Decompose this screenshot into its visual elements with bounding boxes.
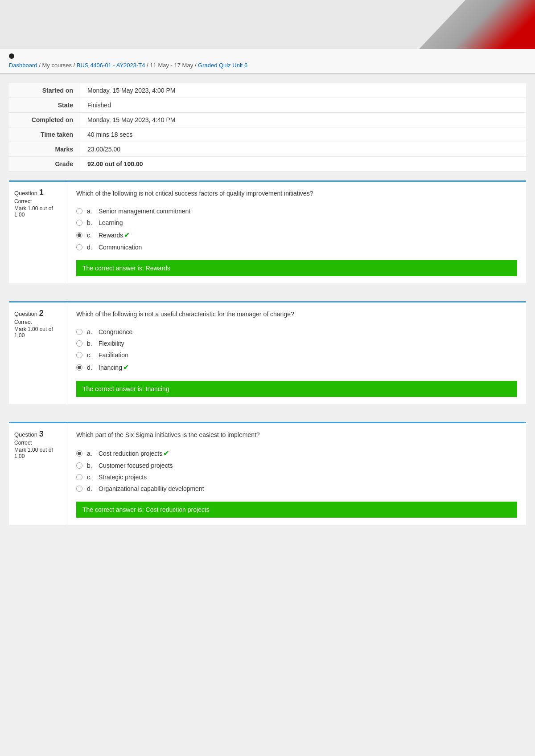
breadcrumb-area: Dashboard / My courses / BUS 4406-01 - A… — [0, 49, 535, 74]
started-value: Monday, 15 May 2023, 4:00 PM — [80, 83, 526, 98]
content-area: Started on Monday, 15 May 2023, 4:00 PM … — [0, 83, 535, 552]
radio-1-0 — [76, 208, 82, 214]
radio-2-1 — [76, 340, 82, 347]
answer-options-3: a.Cost reduction projects✔b.Customer foc… — [76, 447, 517, 494]
option-text-3-1: Customer focused projects — [99, 462, 173, 469]
radio-3-3 — [76, 486, 82, 492]
radio-1-2 — [76, 232, 82, 238]
checkmark-3-0: ✔ — [163, 449, 169, 458]
radio-1-3 — [76, 244, 82, 250]
option-text-1-1: Learning — [99, 219, 123, 226]
marks-label: Marks — [9, 142, 80, 157]
breadcrumb: Dashboard / My courses / BUS 4406-01 - A… — [9, 62, 526, 69]
option-letter-1-1: b. — [87, 219, 96, 226]
completed-label: Completed on — [9, 113, 80, 127]
question-mark-1: Mark 1.00 out of 1.00 — [14, 205, 62, 218]
option-text-1-3: Communication — [99, 244, 142, 251]
option-letter-1-3: d. — [87, 244, 96, 251]
summary-table: Started on Monday, 15 May 2023, 4:00 PM … — [9, 83, 526, 172]
question-text-2: Which of the following is not a useful c… — [76, 310, 517, 319]
option-letter-2-3: d. — [87, 364, 96, 371]
radio-filled-3-0 — [78, 452, 81, 455]
option-text-1-0: Senior management commitment — [99, 208, 190, 215]
option-text-3-2: Strategic projects — [99, 474, 147, 481]
summary-row-completed: Completed on Monday, 15 May 2023, 4:40 P… — [9, 113, 526, 127]
radio-3-0 — [76, 450, 82, 457]
banner-image — [419, 0, 535, 49]
breadcrumb-course[interactable]: BUS 4406-01 - AY2023-T4 — [77, 62, 145, 69]
option-1-1: b.Learning — [76, 217, 517, 229]
time-value: 40 mins 18 secs — [80, 127, 526, 142]
option-letter-3-0: a. — [87, 450, 96, 457]
checkmark-1-2: ✔ — [124, 231, 130, 239]
grade-value: 92.00 out of 100.00 — [80, 157, 526, 172]
nav-dot — [9, 53, 14, 59]
option-letter-1-0: a. — [87, 208, 96, 215]
option-1-2: c.Rewards✔ — [76, 229, 517, 241]
summary-row-marks: Marks 23.00/25.00 — [9, 142, 526, 157]
question-block-2: Question 2 Correct Mark 1.00 out of 1.00… — [9, 301, 526, 404]
option-letter-3-2: c. — [87, 474, 96, 481]
radio-3-2 — [76, 474, 82, 480]
question-text-3: Which part of the Six Sigma initiatives … — [76, 430, 517, 440]
grade-label: Grade — [9, 157, 80, 172]
option-2-1: b.Flexibility — [76, 338, 517, 349]
page-wrapper: Dashboard / My courses / BUS 4406-01 - A… — [0, 0, 535, 552]
breadcrumb-sep2: / — [74, 62, 77, 69]
breadcrumb-quiz[interactable]: Graded Quiz Unit 6 — [198, 62, 247, 69]
option-3-2: c.Strategic projects — [76, 471, 517, 483]
time-label: Time taken — [9, 127, 80, 142]
option-letter-3-3: d. — [87, 485, 96, 492]
checkmark-2-3: ✔ — [123, 363, 129, 372]
radio-1-1 — [76, 220, 82, 226]
radio-filled-1-2 — [78, 233, 81, 237]
question-content-3: Which part of the Six Sigma initiatives … — [67, 422, 526, 525]
question-content-1: Which of the following is not critical s… — [67, 180, 526, 283]
option-3-0: a.Cost reduction projects✔ — [76, 447, 517, 460]
question-number-2: Question 2 — [14, 309, 62, 318]
header-banner — [0, 0, 535, 49]
option-letter-2-2: c. — [87, 351, 96, 359]
option-text-2-3: Inancing — [99, 364, 122, 371]
summary-row-started: Started on Monday, 15 May 2023, 4:00 PM — [9, 83, 526, 98]
answer-options-2: a.Congruenceb.Flexibilityc.Facilitationd… — [76, 326, 517, 374]
option-2-2: c.Facilitation — [76, 349, 517, 361]
question-status-3: Correct — [14, 440, 62, 446]
question-sidebar-1: Question 1 Correct Mark 1.00 out of 1.00 — [9, 180, 67, 283]
breadcrumb-dashboard[interactable]: Dashboard — [9, 62, 37, 69]
option-letter-3-1: b. — [87, 462, 96, 469]
option-text-2-2: Facilitation — [99, 351, 128, 359]
answer-options-1: a.Senior management commitmentb.Learning… — [76, 205, 517, 253]
question-number-1: Question 1 — [14, 188, 62, 197]
option-text-2-1: Flexibility — [99, 340, 124, 347]
radio-2-2 — [76, 352, 82, 358]
option-1-0: a.Senior management commitment — [76, 205, 517, 217]
state-value: Finished — [80, 98, 526, 113]
option-1-3: d.Communication — [76, 241, 517, 253]
option-3-1: b.Customer focused projects — [76, 460, 517, 471]
correct-answer-bar-2: The correct answer is: Inancing — [76, 381, 517, 397]
breadcrumb-sep4: / — [195, 62, 198, 69]
state-label: State — [9, 98, 80, 113]
question-mark-2: Mark 1.00 out of 1.00 — [14, 326, 62, 339]
summary-row-state: State Finished — [9, 98, 526, 113]
question-block-1: Question 1 Correct Mark 1.00 out of 1.00… — [9, 180, 526, 283]
started-label: Started on — [9, 83, 80, 98]
radio-filled-2-3 — [78, 366, 81, 369]
option-text-1-2: Rewards — [99, 232, 123, 239]
option-2-0: a.Congruence — [76, 326, 517, 338]
question-number-3: Question 3 — [14, 429, 62, 439]
option-letter-2-1: b. — [87, 340, 96, 347]
radio-2-3 — [76, 364, 82, 371]
question-status-2: Correct — [14, 319, 62, 325]
breadcrumb-daterange: 11 May - 17 May — [150, 62, 193, 69]
option-text-3-3: Organizational capability development — [99, 485, 204, 492]
option-text-3-0: Cost reduction projects — [99, 450, 162, 457]
correct-answer-bar-3: The correct answer is: Cost reduction pr… — [76, 502, 517, 518]
question-status-1: Correct — [14, 198, 62, 204]
questions-container: Question 1 Correct Mark 1.00 out of 1.00… — [9, 180, 526, 543]
option-letter-1-2: c. — [87, 232, 96, 239]
question-mark-3: Mark 1.00 out of 1.00 — [14, 447, 62, 459]
radio-2-0 — [76, 329, 82, 335]
radio-3-1 — [76, 462, 82, 469]
